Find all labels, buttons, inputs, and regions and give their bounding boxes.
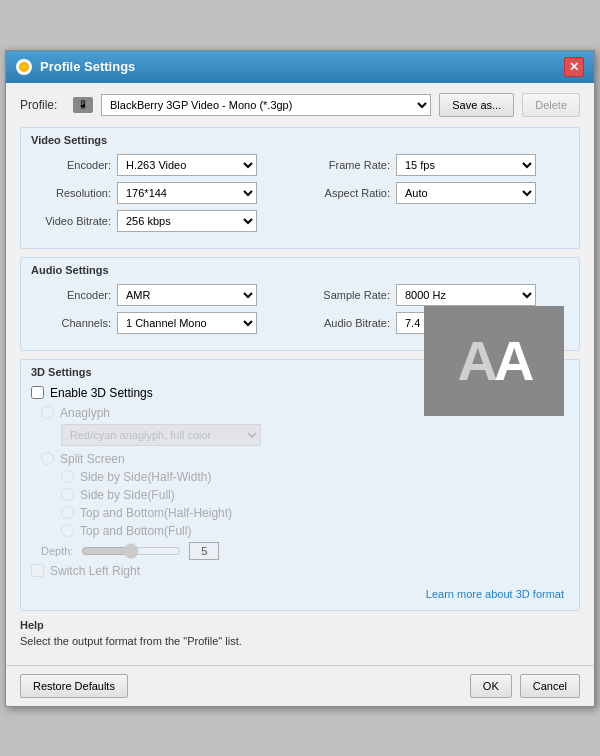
ok-button[interactable]: OK: [470, 674, 512, 698]
encoder-label: Encoder:: [31, 159, 111, 171]
frame-rate-select[interactable]: 15 fps: [396, 154, 536, 176]
side-by-side-full-row: Side by Side(Full): [61, 488, 569, 502]
resolution-label: Resolution:: [31, 187, 111, 199]
close-button[interactable]: ✕: [564, 57, 584, 77]
channels-select[interactable]: 1 Channel Mono: [117, 312, 257, 334]
depth-value-input[interactable]: [189, 542, 219, 560]
video-row1: Encoder: H.263 Video Frame Rate: 15 fps: [31, 154, 569, 182]
aspect-ratio-row: Aspect Ratio: Auto: [310, 182, 569, 204]
footer: Restore Defaults OK Cancel: [6, 665, 594, 706]
top-bottom-half-label: Top and Bottom(Half-Height): [80, 506, 232, 520]
video-row2: Resolution: 176*144 Aspect Ratio: Auto: [31, 182, 569, 210]
video-bitrate-row: Video Bitrate: 256 kbps: [31, 210, 569, 232]
channels-label: Channels:: [31, 317, 111, 329]
aspect-ratio-select[interactable]: Auto: [396, 182, 536, 204]
app-icon: [16, 59, 32, 75]
save-as-button[interactable]: Save as...: [439, 93, 514, 117]
3d-settings-section: 3D Settings AA Enable 3D Settings Anagly…: [20, 359, 580, 611]
title-bar-left: Profile Settings: [16, 59, 135, 75]
profile-settings-dialog: Profile Settings ✕ Profile: 📱 BlackBerry…: [5, 50, 595, 707]
profile-icon: 📱: [73, 97, 93, 113]
split-screen-row: Split Screen: [41, 452, 569, 466]
switch-lr-label: Switch Left Right: [50, 564, 140, 578]
footer-buttons: OK Cancel: [470, 674, 580, 698]
enable-3d-label: Enable 3D Settings: [50, 386, 153, 400]
side-by-side-full-label: Side by Side(Full): [80, 488, 175, 502]
depth-label: Depth:: [41, 545, 73, 557]
video-bitrate-label: Video Bitrate:: [31, 215, 111, 227]
help-title: Help: [20, 619, 580, 631]
split-screen-label: Split Screen: [60, 452, 125, 466]
help-section: Help Select the output format from the "…: [20, 619, 580, 647]
top-bottom-half-row: Top and Bottom(Half-Height): [61, 506, 569, 520]
cancel-button[interactable]: Cancel: [520, 674, 580, 698]
anaglyph-type-select[interactable]: Red/cyan anaglyph, full color: [61, 424, 261, 446]
enable-3d-row: Enable 3D Settings: [31, 386, 424, 400]
enable-3d-checkbox[interactable]: [31, 386, 44, 399]
depth-slider[interactable]: [81, 544, 181, 558]
split-screen-radio[interactable]: [41, 452, 54, 465]
depth-row: Depth:: [41, 542, 569, 560]
delete-button[interactable]: Delete: [522, 93, 580, 117]
3d-preview-box: AA: [424, 306, 564, 416]
profile-row: Profile: 📱 BlackBerry 3GP Video - Mono (…: [20, 93, 580, 117]
top-bottom-full-radio[interactable]: [61, 524, 74, 537]
preview-aa-letters: AA: [458, 333, 531, 389]
audio-encoder-row: Encoder: AMR: [31, 284, 290, 306]
encoder-row: Encoder: H.263 Video: [31, 154, 290, 176]
anaglyph-row: Anaglyph: [41, 406, 424, 420]
preview-letter-right: A: [494, 329, 530, 392]
help-text: Select the output format from the "Profi…: [20, 635, 580, 647]
aspect-ratio-label: Aspect Ratio:: [310, 187, 390, 199]
resolution-row: Resolution: 176*144: [31, 182, 290, 204]
frame-rate-label: Frame Rate:: [310, 159, 390, 171]
audio-bitrate-label: Audio Bitrate:: [310, 317, 390, 329]
dialog-title: Profile Settings: [40, 59, 135, 74]
side-by-side-half-label: Side by Side(Half-Width): [80, 470, 211, 484]
side-by-side-half-row: Side by Side(Half-Width): [61, 470, 569, 484]
anaglyph-radio[interactable]: [41, 406, 54, 419]
learn-3d-link[interactable]: Learn more about 3D format: [426, 588, 564, 600]
resolution-select[interactable]: 176*144: [117, 182, 257, 204]
audio-encoder-label: Encoder:: [31, 289, 111, 301]
top-bottom-full-row: Top and Bottom(Full): [61, 524, 569, 538]
framerate-row: Frame Rate: 15 fps: [310, 154, 569, 176]
video-settings-section: Video Settings Encoder: H.263 Video Fram…: [20, 127, 580, 249]
video-settings-title: Video Settings: [31, 134, 569, 146]
video-encoder-select[interactable]: H.263 Video: [117, 154, 257, 176]
top-bottom-full-label: Top and Bottom(Full): [80, 524, 191, 538]
switch-lr-row: Switch Left Right: [31, 564, 569, 578]
audio-encoder-select[interactable]: AMR: [117, 284, 257, 306]
anaglyph-label: Anaglyph: [60, 406, 110, 420]
side-by-side-half-radio[interactable]: [61, 470, 74, 483]
profile-label: Profile:: [20, 98, 65, 112]
sample-rate-row: Sample Rate: 8000 Hz: [310, 284, 569, 306]
title-bar: Profile Settings ✕: [6, 51, 594, 83]
sample-rate-select[interactable]: 8000 Hz: [396, 284, 536, 306]
dialog-content: Profile: 📱 BlackBerry 3GP Video - Mono (…: [6, 83, 594, 665]
profile-select[interactable]: BlackBerry 3GP Video - Mono (*.3gp): [101, 94, 431, 116]
restore-defaults-button[interactable]: Restore Defaults: [20, 674, 128, 698]
audio-settings-title: Audio Settings: [31, 264, 569, 276]
side-by-side-full-radio[interactable]: [61, 488, 74, 501]
preview-letter-left: A: [458, 329, 494, 392]
switch-lr-checkbox[interactable]: [31, 564, 44, 577]
channels-row: Channels: 1 Channel Mono: [31, 312, 290, 334]
sample-rate-label: Sample Rate:: [310, 289, 390, 301]
video-bitrate-select[interactable]: 256 kbps: [117, 210, 257, 232]
top-bottom-half-radio[interactable]: [61, 506, 74, 519]
